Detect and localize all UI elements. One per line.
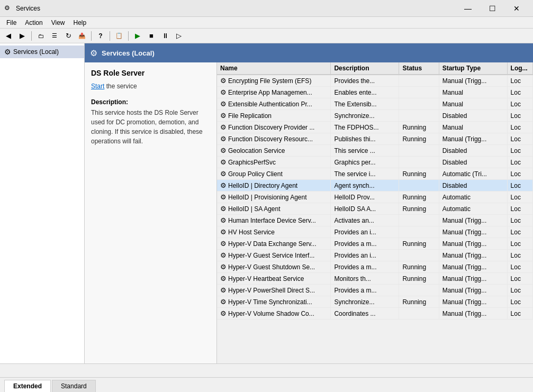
table-row[interactable]: ⚙ Hyper-V PowerShell Direct S... Provide…	[217, 285, 533, 296]
toolbar-separator-3	[110, 31, 110, 41]
service-status-cell	[399, 145, 439, 157]
details-button[interactable]: ☰	[48, 30, 61, 42]
service-desc-cell: Publishes thi...	[331, 133, 399, 145]
table-row[interactable]: ⚙ HelloID | Provisioning Agent HelloID P…	[217, 192, 533, 203]
service-icon: ⚙	[220, 298, 227, 306]
service-startup-cell: Manual (Trigg...	[439, 250, 507, 261]
export-button[interactable]: 📤	[76, 30, 88, 42]
tab-standard[interactable]: Standard	[52, 380, 96, 392]
status-bar	[0, 363, 533, 377]
start-service-button[interactable]: ▶	[131, 30, 144, 42]
service-icon: ⚙	[220, 170, 227, 178]
service-name-cell: ⚙ Hyper-V PowerShell Direct S...	[217, 285, 331, 296]
menu-file[interactable]: File	[2, 17, 21, 28]
info-panel-link-suffix: the service	[104, 83, 137, 90]
table-row[interactable]: ⚙ Function Discovery Provider ... The FD…	[217, 122, 533, 133]
table-row[interactable]: ⚙ File Replication Synchronize...Disable…	[217, 110, 533, 122]
service-desc-cell: Provides a m...	[331, 261, 399, 273]
refresh-button[interactable]: ↻	[62, 30, 75, 42]
service-logon-cell: Loc	[507, 98, 532, 110]
content-header: ⚙ Services (Local)	[85, 43, 533, 62]
service-name-cell: ⚙ HelloID | Provisioning Agent	[217, 192, 331, 203]
table-row[interactable]: ⚙ Human Interface Device Serv... Activat…	[217, 215, 533, 226]
service-startup-cell: Manual	[439, 122, 507, 133]
service-logon-cell: Loc	[507, 157, 532, 168]
service-logon-cell: Loc	[507, 296, 532, 308]
table-row[interactable]: ⚙ HelloID | Directory Agent Agent synch.…	[217, 180, 533, 192]
col-header-name[interactable]: Name	[217, 62, 331, 75]
forward-button[interactable]: ▶	[16, 30, 29, 42]
service-icon: ⚙	[220, 88, 227, 96]
service-startup-cell: Disabled	[439, 110, 507, 122]
service-desc-cell: Graphics per...	[331, 157, 399, 168]
service-status-cell: Running	[399, 273, 439, 285]
toolbar-separator-4	[128, 31, 129, 41]
table-row[interactable]: ⚙ Geolocation Service This service ...Di…	[217, 145, 533, 157]
col-header-startup[interactable]: Startup Type	[439, 62, 507, 75]
service-startup-cell: Automatic	[439, 192, 507, 203]
table-area: Name Description Status Startup Type Log…	[217, 62, 533, 363]
toolbar-separator-1	[31, 31, 32, 41]
menu-help[interactable]: Help	[69, 17, 91, 28]
col-header-logon[interactable]: Log...	[507, 62, 532, 75]
table-row[interactable]: ⚙ Hyper-V Heartbeat Service Monitors th.…	[217, 273, 533, 285]
stop-service-button[interactable]: ■	[145, 30, 158, 42]
service-name-cell: ⚙ GraphicsPerfSvc	[217, 157, 331, 168]
minimize-button[interactable]: —	[456, 0, 480, 17]
table-row[interactable]: ⚙ HV Host Service Provides an i...Manual…	[217, 226, 533, 238]
sidebar-item-services-local[interactable]: ⚙ Services (Local)	[0, 45, 84, 58]
start-service-link[interactable]: Start	[91, 83, 104, 90]
service-status-cell: Running	[399, 296, 439, 308]
service-icon: ⚙	[220, 181, 227, 189]
service-icon: ⚙	[220, 216, 227, 224]
close-button[interactable]: ✕	[504, 0, 529, 17]
service-name-cell: ⚙ Hyper-V Guest Shutdown Se...	[217, 261, 331, 273]
help-button[interactable]: ?	[94, 30, 107, 42]
service-name-cell: ⚙ Extensible Authentication Pr...	[217, 98, 331, 110]
service-startup-cell: Disabled	[439, 145, 507, 157]
content-header-icon: ⚙	[90, 48, 97, 58]
menu-view[interactable]: View	[47, 17, 69, 28]
table-row[interactable]: ⚙ Encrypting File System (EFS) Provides …	[217, 75, 533, 87]
service-logon-cell: Loc	[507, 180, 532, 192]
service-startup-cell: Automatic (Tri...	[439, 168, 507, 180]
tab-extended[interactable]: Extended	[4, 380, 51, 392]
service-logon-cell: Loc	[507, 192, 532, 203]
service-name-cell: ⚙ File Replication	[217, 110, 331, 122]
col-header-description[interactable]: Description	[331, 62, 399, 75]
service-desc-cell: Provides an i...	[331, 226, 399, 238]
table-row[interactable]: ⚙ Group Policy Client The service i...Ru…	[217, 168, 533, 180]
service-status-cell	[399, 250, 439, 261]
pause-service-button[interactable]: ⏸	[159, 30, 171, 42]
properties-button[interactable]: 📋	[113, 30, 125, 42]
table-row[interactable]: ⚙ Enterprise App Managemen... Enables en…	[217, 87, 533, 98]
table-row[interactable]: ⚙ Hyper-V Data Exchange Serv... Provides…	[217, 238, 533, 250]
table-row[interactable]: ⚙ Extensible Authentication Pr... The Ex…	[217, 98, 533, 110]
service-logon-cell: Loc	[507, 168, 532, 180]
table-row[interactable]: ⚙ Hyper-V Time Synchronizati... Synchron…	[217, 296, 533, 308]
sidebar-item-label: Services (Local)	[13, 48, 59, 56]
service-startup-cell: Manual (Trigg...	[439, 238, 507, 250]
table-row[interactable]: ⚙ GraphicsPerfSvc Graphics per...Disable…	[217, 157, 533, 168]
service-icon: ⚙	[220, 275, 227, 282]
table-row[interactable]: ⚙ Hyper-V Volume Shadow Co... Coordinate…	[217, 308, 533, 320]
service-status-cell: Running	[399, 168, 439, 180]
service-desc-cell: The Extensib...	[331, 98, 399, 110]
services-table: Name Description Status Startup Type Log…	[217, 62, 533, 320]
table-row[interactable]: ⚙ Function Discovery Resourc... Publishe…	[217, 133, 533, 145]
table-header-row: Name Description Status Startup Type Log…	[217, 62, 533, 75]
table-scroll[interactable]: Name Description Status Startup Type Log…	[217, 62, 533, 363]
resume-service-button[interactable]: ▷	[173, 30, 185, 42]
service-desc-cell: Provides a m...	[331, 285, 399, 296]
table-row[interactable]: ⚙ HelloID | SA Agent HelloID SA A...Runn…	[217, 203, 533, 215]
service-logon-cell: Loc	[507, 308, 532, 320]
service-icon: ⚙	[220, 158, 227, 166]
table-row[interactable]: ⚙ Hyper-V Guest Service Interf... Provid…	[217, 250, 533, 261]
tree-button[interactable]: 🗀	[34, 30, 47, 42]
service-icon: ⚙	[220, 135, 227, 143]
col-header-status[interactable]: Status	[399, 62, 439, 75]
menu-action[interactable]: Action	[21, 17, 47, 28]
table-row[interactable]: ⚙ Hyper-V Guest Shutdown Se... Provides …	[217, 261, 533, 273]
back-button[interactable]: ◀	[2, 30, 15, 42]
maximize-button[interactable]: ☐	[480, 0, 504, 17]
